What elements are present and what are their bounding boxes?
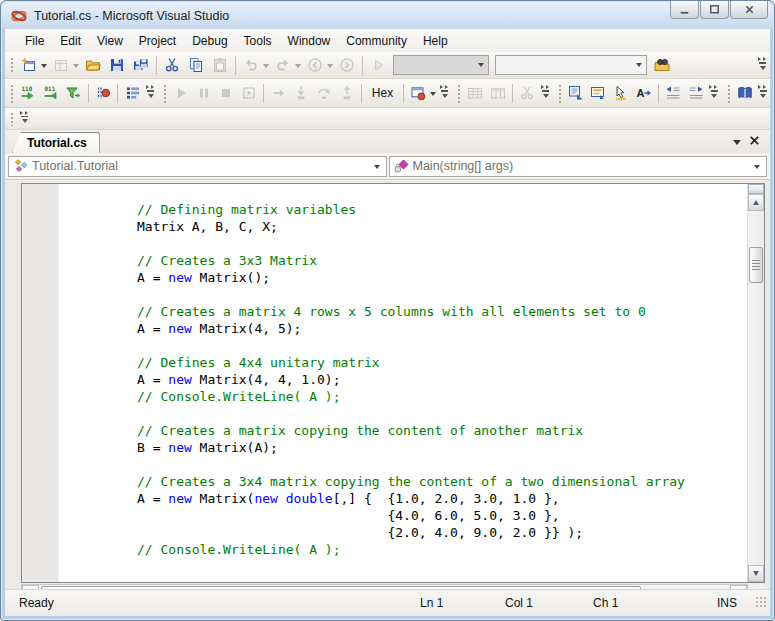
pause-button[interactable] (192, 82, 215, 104)
indent-icon (688, 85, 704, 101)
toolbar-grip[interactable] (726, 83, 731, 103)
toolbar-grip[interactable] (9, 56, 14, 74)
toolbar-grip[interactable] (557, 83, 562, 103)
step-filter-icon (65, 85, 81, 101)
bookmarks-button[interactable] (733, 82, 756, 104)
toolbar-overflow-button[interactable] (18, 108, 31, 130)
table-button-1[interactable] (464, 82, 487, 104)
code-editor[interactable]: // Defining matrix variablesMatrix A, B,… (21, 183, 765, 583)
step-into-button[interactable] (290, 82, 313, 104)
menu-file[interactable]: File (17, 31, 52, 51)
menu-project[interactable]: Project (131, 31, 184, 51)
code-text-area[interactable]: // Defining matrix variablesMatrix A, B,… (59, 184, 747, 582)
toolbar-overflow-button[interactable] (756, 54, 769, 76)
toolbar-overflow-button[interactable] (757, 82, 769, 104)
toolbar-separator (658, 84, 659, 103)
delete-table-button[interactable] (516, 82, 539, 104)
menu-view[interactable]: View (89, 31, 131, 51)
visual-studio-window: Tutorial.cs - Microsoft Visual Studio Fi… (0, 0, 775, 621)
members-combo[interactable]: Main(string[] args) (389, 156, 768, 177)
save-all-button[interactable] (129, 54, 153, 76)
navigate-forward-button[interactable] (335, 54, 359, 76)
debug-filter-button[interactable] (62, 82, 85, 104)
scroll-up-button[interactable] (748, 194, 764, 211)
dropdown-arrow-icon[interactable] (430, 92, 436, 99)
step-over-button[interactable] (313, 82, 336, 104)
dropdown-arrow-icon[interactable] (73, 64, 79, 71)
toolbar-overflow-button[interactable] (145, 82, 157, 104)
toolbar-overflow-button[interactable] (540, 82, 552, 104)
find-combo[interactable] (495, 55, 647, 75)
start-button[interactable] (366, 54, 390, 76)
open-file-button[interactable] (81, 54, 105, 76)
resize-grip[interactable] (755, 596, 767, 608)
play-outline-icon (370, 57, 386, 73)
debug-110-button[interactable]: 110 (17, 82, 40, 104)
close-button[interactable] (730, 1, 768, 19)
svg-text:110: 110 (22, 85, 33, 92)
active-files-dropdown-icon[interactable] (733, 140, 741, 149)
word-completion-button[interactable]: A (632, 82, 655, 104)
menu-window[interactable]: Window (280, 31, 339, 51)
toolbar-grip[interactable] (9, 111, 14, 126)
quick-info-button[interactable] (610, 82, 633, 104)
save-button[interactable] (105, 54, 129, 76)
display-member-list-button[interactable] (564, 82, 587, 104)
minimize-button[interactable] (670, 1, 699, 19)
menu-debug[interactable]: Debug (184, 31, 235, 51)
dropdown-arrow-icon[interactable] (41, 64, 47, 71)
vertical-scroll-thumb[interactable] (749, 247, 763, 283)
stop-button[interactable] (215, 82, 238, 104)
maximize-button[interactable] (700, 1, 729, 19)
toolbar-overflow-button[interactable] (708, 82, 720, 104)
toolbar-overflow-button[interactable] (439, 82, 451, 104)
toggle-breakpoint-button[interactable] (92, 82, 115, 104)
toolbar-grip[interactable] (456, 83, 461, 103)
breakpoints-list-icon (125, 85, 141, 101)
dropdown-arrow-icon[interactable] (327, 64, 333, 71)
menu-help[interactable]: Help (415, 31, 456, 51)
vertical-scrollbar[interactable] (747, 184, 764, 582)
members-combo-value: Main(string[] args) (413, 159, 755, 173)
table-button-2[interactable] (486, 82, 509, 104)
redo-button[interactable] (271, 54, 295, 76)
restart-button[interactable] (238, 82, 261, 104)
title-bar[interactable]: Tutorial.cs - Microsoft Visual Studio (2, 2, 773, 29)
debug-011-button[interactable]: 011 (39, 82, 62, 104)
editor-splitter-handle[interactable] (748, 184, 764, 194)
parameter-info-button[interactable] (587, 82, 610, 104)
arrow-up-icon (753, 197, 759, 205)
dropdown-arrow-icon[interactable] (295, 64, 301, 71)
navigate-backward-button[interactable] (303, 54, 327, 76)
new-item-button[interactable] (17, 54, 41, 76)
menu-tools[interactable]: Tools (236, 31, 280, 51)
breakpoints-window-button[interactable] (121, 82, 144, 104)
add-item-button[interactable] (49, 54, 73, 76)
grid-b-icon (490, 85, 506, 101)
dropdown-arrow-icon[interactable] (263, 64, 269, 71)
scroll-down-button[interactable] (748, 565, 764, 582)
close-document-button[interactable] (749, 135, 760, 149)
continue-button[interactable] (170, 82, 193, 104)
undo-button[interactable] (239, 54, 263, 76)
show-next-statement-button[interactable] (267, 82, 290, 104)
increase-indent-button[interactable] (685, 82, 708, 104)
toolbar-grip[interactable] (162, 83, 167, 103)
step-out-button[interactable] (335, 82, 358, 104)
solution-configurations-combo[interactable] (393, 55, 489, 75)
tab-tutorial-cs[interactable]: Tutorial.cs (12, 132, 100, 153)
paste-button[interactable] (208, 54, 232, 76)
breakpoint-window-button[interactable] (407, 82, 430, 104)
find-in-files-button[interactable] (650, 54, 674, 76)
menu-community[interactable]: Community (338, 31, 415, 51)
code-line: // Console.WriteLine( A ); (137, 541, 747, 558)
cut-button[interactable] (160, 54, 184, 76)
toolbar-grip[interactable] (9, 83, 14, 103)
menu-edit[interactable]: Edit (52, 31, 89, 51)
code-line: {4.0, 6.0, 5.0, 3.0 }, (137, 507, 747, 524)
book-icon (737, 85, 753, 101)
types-combo[interactable]: Tutorial.Tutorial (8, 156, 387, 177)
decrease-indent-button[interactable] (662, 82, 685, 104)
copy-button[interactable] (184, 54, 208, 76)
hex-display-button[interactable]: Hex (365, 83, 400, 103)
